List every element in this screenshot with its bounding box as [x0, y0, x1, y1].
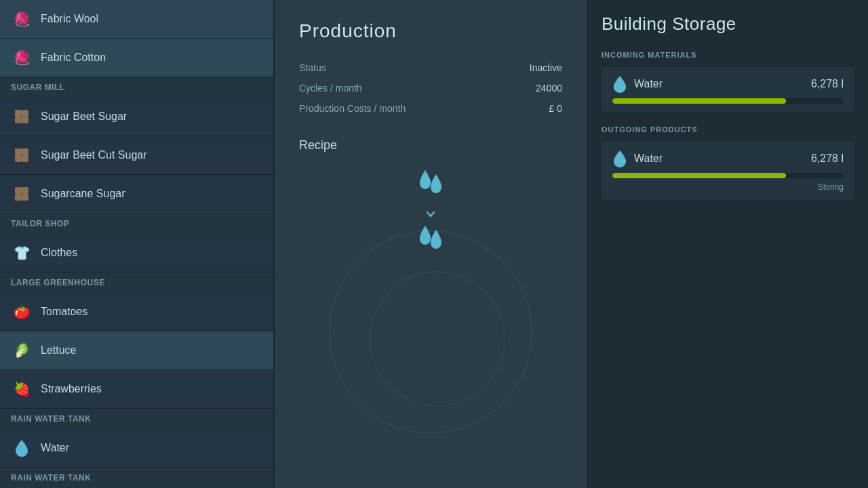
list-item[interactable]: 🥬 Lettuce — [0, 331, 273, 370]
outgoing-water-header: Water 6,278 l — [612, 150, 844, 167]
left-panel: 🧶 Fabric Wool 🧶 Fabric Cotton SUGAR MILL… — [0, 0, 275, 488]
incoming-water-item: Water 6,278 l — [601, 67, 854, 112]
svg-rect-0 — [15, 110, 22, 117]
outgoing-progress-bg — [612, 173, 844, 178]
item-label: Sugarcane Sugar — [41, 188, 125, 200]
outgoing-products-label: OUTGOING PRODUCTS — [601, 125, 854, 134]
bg-decoration — [329, 230, 532, 434]
list-item[interactable]: Sugar Beet Cut Sugar — [0, 136, 273, 175]
incoming-materials-label: INCOMING MATERIALS — [601, 51, 854, 59]
item-label: Fabric Cotton — [41, 52, 106, 64]
water-drop-icon-incoming — [612, 75, 627, 93]
building-storage-title: Building Storage — [601, 14, 854, 35]
svg-rect-3 — [22, 117, 28, 123]
bg-decoration2 — [370, 271, 505, 407]
status-value: Inactive — [530, 62, 562, 73]
recipe-visual — [299, 169, 562, 261]
category-header-sugar-mill: SUGAR MILL — [0, 77, 273, 98]
outgoing-water-left: Water — [612, 150, 663, 167]
recipe-title: Recipe — [299, 138, 562, 152]
water-drop-icon-outgoing — [612, 150, 627, 167]
category-header-large-greenhouse: LARGE GREENHOUSE — [0, 272, 273, 293]
costs-row: Production Costs / month £ 0 — [299, 103, 562, 114]
production-title: Production — [299, 20, 562, 42]
tomatoes-icon: 🍅 — [11, 301, 33, 323]
incoming-progress-bg — [612, 98, 844, 104]
right-panel: Building Storage INCOMING MATERIALS Wate… — [587, 0, 868, 488]
storing-label: Storing — [612, 182, 844, 192]
list-item[interactable]: 🧶 Fabric Wool — [0, 0, 273, 39]
sugar-beet-cut-sugar-icon — [11, 144, 33, 166]
outgoing-water-item: Water 6,278 l Storing — [601, 142, 854, 200]
incoming-water-name: Water — [634, 78, 663, 90]
recipe-output-drops — [417, 224, 444, 261]
middle-panel: Production Status Inactive Cycles / mont… — [275, 0, 587, 488]
incoming-water-value: 6,278 l — [811, 78, 844, 90]
incoming-water-header: Water 6,278 l — [612, 75, 844, 93]
status-row: Status Inactive — [299, 62, 562, 73]
recipe-arrow — [422, 205, 439, 224]
incoming-progress-fill — [612, 98, 786, 104]
list-item[interactable]: 🧶 Fabric Cotton — [0, 39, 273, 77]
item-label: Sugar Beet Sugar — [41, 110, 127, 123]
svg-rect-5 — [22, 148, 28, 155]
outgoing-water-value: 6,278 l — [811, 152, 844, 165]
svg-rect-2 — [15, 117, 22, 123]
svg-rect-6 — [15, 155, 22, 162]
list-item[interactable]: 👕 Clothes — [0, 234, 273, 272]
cycles-label: Cycles / month — [299, 83, 362, 94]
list-item[interactable]: 🍅 Tomatoes — [0, 293, 273, 331]
sugarcane-sugar-icon — [11, 183, 33, 205]
list-item[interactable]: 🍓 Strawberries — [0, 370, 273, 409]
lettuce-icon: 🥬 — [11, 340, 33, 361]
list-item[interactable]: Sugarcane Sugar — [0, 175, 273, 214]
recipe-input-drops — [417, 169, 444, 205]
category-header-tailor-shop: TAILOR SHOP — [0, 214, 273, 234]
cycles-row: Cycles / month 24000 — [299, 83, 562, 94]
item-label: Sugar Beet Cut Sugar — [41, 149, 147, 161]
costs-value: £ 0 — [549, 103, 562, 114]
outgoing-progress-fill — [612, 173, 786, 178]
category-header-rain-water-tank-2: RAIN WATER TANK — [0, 468, 273, 488]
item-label: Fabric Wool — [41, 13, 98, 25]
list-item[interactable]: Sugar Beet Sugar — [0, 98, 273, 136]
sugar-beet-sugar-icon — [11, 106, 33, 127]
incoming-water-left: Water — [612, 75, 663, 93]
category-header-rain-water-tank-1: RAIN WATER TANK — [0, 409, 273, 429]
svg-rect-9 — [22, 187, 28, 194]
svg-rect-4 — [15, 148, 22, 155]
list-item[interactable]: Water — [0, 429, 273, 468]
costs-label: Production Costs / month — [299, 103, 406, 114]
cycles-value: 24000 — [536, 83, 562, 94]
svg-rect-10 — [15, 194, 22, 201]
strawberries-icon: 🍓 — [11, 378, 33, 400]
svg-rect-11 — [22, 194, 28, 201]
svg-rect-7 — [22, 155, 28, 162]
clothes-icon: 👕 — [11, 242, 33, 264]
fabric-cotton-icon: 🧶 — [11, 47, 33, 68]
item-label: Strawberries — [41, 383, 102, 395]
item-label: Water — [41, 442, 69, 454]
svg-rect-8 — [15, 187, 22, 194]
item-label: Clothes — [41, 247, 77, 259]
outgoing-section: OUTGOING PRODUCTS Water 6,278 l Storing — [601, 125, 854, 200]
recipe-section: Recipe — [299, 138, 562, 261]
svg-rect-1 — [22, 110, 28, 117]
status-label: Status — [299, 62, 326, 73]
fabric-wool-icon: 🧶 — [11, 8, 33, 30]
outgoing-water-name: Water — [634, 152, 663, 165]
item-label: Lettuce — [41, 344, 76, 357]
item-label: Tomatoes — [41, 306, 87, 318]
water-icon-1 — [11, 437, 33, 459]
